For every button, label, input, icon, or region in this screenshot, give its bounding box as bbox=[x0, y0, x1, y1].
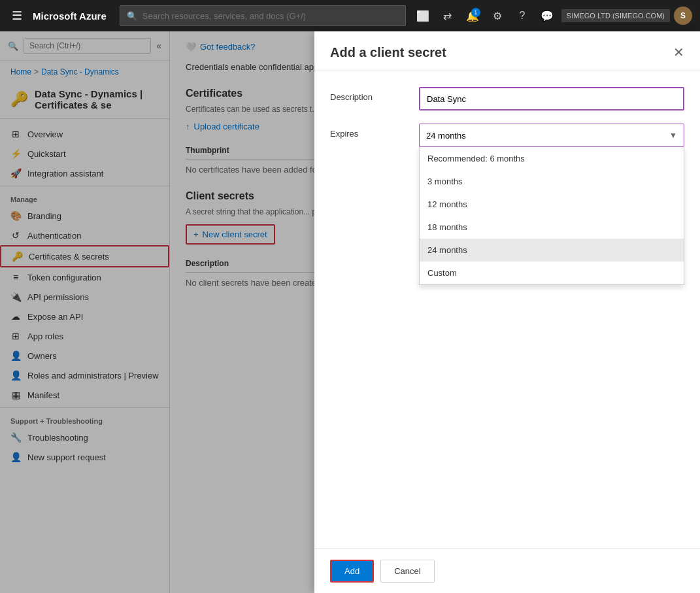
overlay[interactable]: Add a client secret ✕ Description Expire… bbox=[0, 31, 700, 593]
panel-title: Add a client secret bbox=[330, 45, 446, 60]
description-input[interactable] bbox=[419, 87, 684, 110]
expires-label: Expires bbox=[330, 124, 408, 139]
panel-header: Add a client secret ✕ bbox=[314, 31, 700, 71]
hamburger-menu[interactable]: ☰ bbox=[8, 5, 26, 27]
add-button[interactable]: Add bbox=[330, 560, 374, 583]
close-panel-button[interactable]: ✕ bbox=[673, 44, 684, 60]
dropdown-item-recommended[interactable]: Recommended: 6 months bbox=[420, 147, 684, 170]
panel-body: Description Expires 24 months ▼ Recommen… bbox=[314, 71, 700, 549]
description-label: Description bbox=[330, 87, 408, 102]
cancel-button[interactable]: Cancel bbox=[380, 560, 434, 583]
side-panel: Add a client secret ✕ Description Expire… bbox=[314, 31, 700, 593]
expires-dropdown-wrap: 24 months ▼ Recommended: 6 months 3 mont… bbox=[419, 124, 684, 147]
search-bar[interactable]: 🔍 bbox=[120, 5, 406, 26]
nav-right: ⬜ ⇄ 🔔 1 ⚙ ? 💬 SIMEGO LTD (SIMEGO.COM) S bbox=[412, 5, 692, 26]
panel-footer: Add Cancel bbox=[314, 549, 700, 593]
dropdown-item-custom[interactable]: Custom bbox=[420, 262, 684, 284]
cloud-shell-icon[interactable]: ⬜ bbox=[412, 5, 433, 26]
brand-name: Microsoft Azure bbox=[33, 10, 107, 22]
search-input[interactable] bbox=[142, 11, 399, 21]
directory-icon[interactable]: ⇄ bbox=[437, 5, 458, 26]
expires-form-row: Expires 24 months ▼ Recommended: 6 month… bbox=[330, 124, 684, 147]
notifications-icon[interactable]: 🔔 1 bbox=[462, 5, 483, 26]
dropdown-item-12months[interactable]: 12 months bbox=[420, 193, 684, 216]
expires-dropdown-list: Recommended: 6 months 3 months 12 months… bbox=[419, 147, 684, 285]
dropdown-item-18months[interactable]: 18 months bbox=[420, 216, 684, 239]
chevron-down-icon: ▼ bbox=[669, 131, 677, 140]
feedback-icon[interactable]: 💬 bbox=[537, 5, 558, 26]
dropdown-item-24months[interactable]: 24 months bbox=[420, 239, 684, 262]
search-icon: 🔍 bbox=[127, 11, 137, 21]
dropdown-item-3months[interactable]: 3 months bbox=[420, 170, 684, 193]
top-navigation: ☰ Microsoft Azure 🔍 ⬜ ⇄ 🔔 1 ⚙ ? 💬 SIMEGO… bbox=[0, 0, 700, 31]
description-field-wrap bbox=[419, 87, 684, 110]
help-icon[interactable]: ? bbox=[512, 5, 533, 26]
expires-select[interactable]: 24 months ▼ bbox=[419, 124, 684, 147]
settings-icon[interactable]: ⚙ bbox=[487, 5, 508, 26]
account-name: SIMEGO LTD (SIMEGO.COM) bbox=[567, 12, 665, 20]
avatar[interactable]: S bbox=[674, 7, 692, 25]
description-form-row: Description bbox=[330, 87, 684, 110]
notification-badge: 1 bbox=[471, 8, 480, 17]
expires-value: 24 months bbox=[426, 131, 466, 141]
account-info[interactable]: SIMEGO LTD (SIMEGO.COM) bbox=[561, 9, 670, 22]
